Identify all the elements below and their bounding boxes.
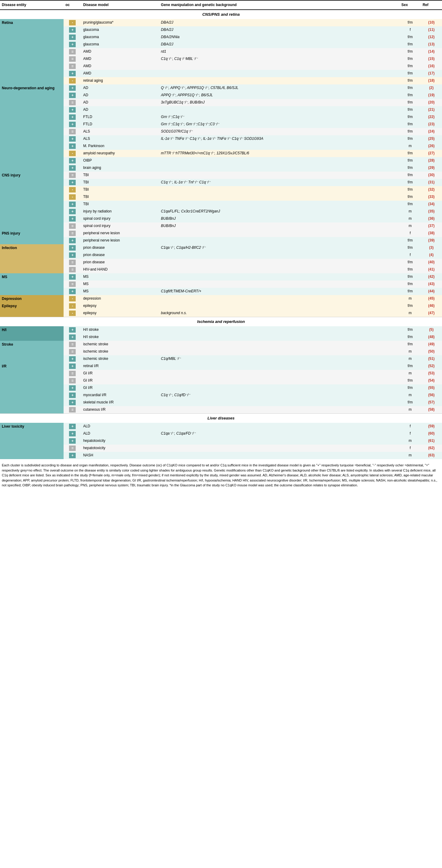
model-cell: AD [82, 92, 159, 99]
table-row: MS+MSf/m(42) [0, 273, 442, 281]
model-cell: glaucoma [82, 41, 159, 48]
main-table: Disease entity oc Disease model Gene man… [0, 0, 442, 459]
gene-cell [159, 326, 400, 334]
sex-cell: f/m [400, 63, 421, 70]
oc-cell: - [64, 310, 81, 317]
ref-cell: (58) [421, 406, 442, 414]
gene-cell [159, 237, 400, 244]
gene-cell [159, 106, 400, 114]
table-row: Retina-pruning/glaucoma*DBA/2Jf/m(10) [0, 19, 442, 26]
header-ref: Ref [421, 0, 442, 10]
table-row: =ALSSOD1G37R/C1q⁻/⁻f/m(24) [0, 128, 442, 135]
oc-cell: + [64, 334, 81, 341]
model-cell: ischemic stroke [82, 341, 159, 348]
oc-cell: + [64, 121, 81, 128]
model-cell: TBI [82, 193, 159, 200]
section-header: CNS/PNS and retina [0, 10, 442, 19]
sex-cell: f/m [400, 200, 421, 208]
sex-cell: f/m [400, 41, 421, 48]
oc-cell: + [64, 135, 81, 143]
ref-cell: (35) [421, 208, 442, 215]
model-cell: M. Parkinson [82, 143, 159, 150]
model-cell: brain aging [82, 164, 159, 172]
table-row: -amyloid neuropathymTTR⁻/⁻hTTRMet30+/+mC… [0, 150, 442, 157]
sex-cell: f/m [400, 85, 421, 92]
sex-cell: f [400, 26, 421, 34]
gene-cell: C1q⁻/⁻, C1q⁻/⁻MBL⁻/⁻ [159, 55, 400, 63]
gene-cell: rd1 [159, 48, 400, 55]
table-row: +peripheral nerve lesionf/m(39) [0, 237, 442, 244]
oc-cell: + [64, 106, 81, 114]
model-cell: AD [82, 85, 159, 92]
model-cell: peripheral nerve lesion [82, 237, 159, 244]
oc-cell: + [64, 288, 81, 295]
ref-cell: (13) [421, 41, 442, 48]
table-row: +M. Parkinsonm(26) [0, 143, 442, 150]
model-cell: H/I stroke [82, 334, 159, 341]
oc-cell: = [64, 377, 81, 384]
table-row: Stroke=ischemic strokef/m(49) [0, 341, 442, 348]
oc-cell: = [64, 99, 81, 106]
oc-cell: = [64, 128, 81, 135]
table-row: -TBIf/m(32) [0, 186, 442, 193]
gene-cell: background n.s. [159, 310, 400, 317]
gene-cell: Q⁻/⁻, APPQ⁻/⁻, APPPS1Q⁻/⁻, C57BL/6, B6/S… [159, 85, 400, 92]
model-cell: epilepsy [82, 310, 159, 317]
gene-cell: BUB/BnJ [159, 215, 400, 222]
ref-cell: (28) [421, 157, 442, 164]
table-row: +spinal cord injuryBUB/BnJm(36) [0, 215, 442, 222]
gene-cell [159, 77, 400, 85]
ref-cell: (25) [421, 135, 442, 143]
model-cell: prion disease [82, 244, 159, 251]
table-row: +ALSIL-1α⁻/⁻ TNFα⁻/⁻ C1q⁻/⁻, IL-1α⁻/⁻ TN… [0, 135, 442, 143]
sex-cell: f/m [400, 334, 421, 341]
model-cell: TBI [82, 172, 159, 179]
model-cell: peripheral nerve lesion [82, 230, 159, 237]
model-cell: GI I/R [82, 384, 159, 392]
gene-cell [159, 423, 400, 430]
gene-cell [159, 251, 400, 259]
table-row: +ADf/m(21) [0, 106, 442, 114]
entity-cell: Neuro-degeneration and aging [0, 85, 64, 172]
ref-cell: (48) [421, 334, 442, 341]
sex-cell: f/m [400, 281, 421, 288]
entity-cell: CNS injury [0, 172, 64, 230]
gene-cell: BUB/BnJ [159, 222, 400, 230]
sex-cell: f/m [400, 55, 421, 63]
ref-cell: (42) [421, 273, 442, 281]
gene-cell [159, 172, 400, 179]
table-row: +glaucomaDBA/2NNiaf/m(12) [0, 34, 442, 41]
oc-cell: + [64, 157, 81, 164]
model-cell: prion disease [82, 259, 159, 266]
ref-cell: (52) [421, 363, 442, 370]
model-cell: ALD [82, 423, 159, 430]
oc-cell: + [64, 85, 81, 92]
oc-cell: = [64, 406, 81, 414]
ref-cell: (26) [421, 143, 442, 150]
gene-cell [159, 259, 400, 266]
gene-cell [159, 406, 400, 414]
oc-cell: + [64, 237, 81, 244]
oc-cell: + [64, 164, 81, 172]
table-row: =GI I/Rm(53) [0, 370, 442, 377]
sex-cell: f/m [400, 150, 421, 157]
ref-cell: (21) [421, 106, 442, 114]
gene-cell [159, 200, 400, 208]
ref-cell: (27) [421, 150, 442, 157]
table-row: =prion diseasef/m(40) [0, 259, 442, 266]
table-row: +GI I/Rf/m(55) [0, 384, 442, 392]
sex-cell: m [400, 406, 421, 414]
model-cell: ischemic stroke [82, 355, 159, 363]
entity-cell: Depression [0, 295, 64, 302]
sex-cell: f/m [400, 48, 421, 55]
ref-cell: (63) [421, 452, 442, 459]
gene-cell [159, 437, 400, 444]
sex-cell: f/m [400, 172, 421, 179]
model-cell: hepatotoxicity [82, 444, 159, 452]
ref-cell: (59) [421, 423, 442, 430]
model-cell: H/I stroke [82, 326, 159, 334]
model-cell: injury by radiation [82, 208, 159, 215]
ref-cell: (46) [421, 302, 442, 310]
table-row: =MSf/m(43) [0, 281, 442, 288]
model-cell: OIBP [82, 157, 159, 164]
